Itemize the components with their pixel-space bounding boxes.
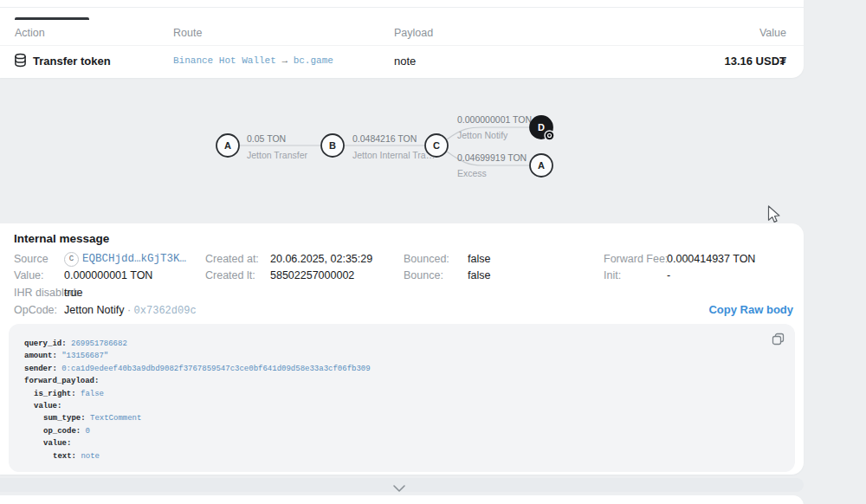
route-to-link[interactable]: bc.game (294, 55, 333, 66)
tonviewer-transaction-page: Action Route Payload Value Transfer toke… (0, 0, 866, 504)
expand-band[interactable] (0, 478, 804, 492)
divider (0, 45, 804, 46)
trace-node-a2[interactable]: A (530, 154, 553, 177)
edge-label: Jetton Internal Tra… (352, 150, 435, 160)
divider (0, 7, 804, 8)
value-amount: 0.000000001 TON (64, 269, 152, 281)
init-label: Init: (604, 269, 621, 281)
created-lt-value: 58502257000002 (270, 269, 354, 281)
svg-text:C[interactable]: C (433, 140, 440, 151)
edge-label: Jetton Transfer (247, 150, 308, 160)
svg-text:A[interactable]: A (224, 140, 231, 151)
node-info-badge-icon (545, 131, 554, 140)
svg-text:A[interactable]: A (538, 160, 545, 171)
message-body-code-block: query_id:269951786682 amount:"13156687" … (9, 324, 795, 472)
bounce-label: Bounce: (404, 269, 443, 281)
code-line: op_code:0 (24, 425, 779, 437)
token-icon (14, 53, 27, 71)
opcode-separator: · (124, 304, 133, 316)
opcode-hex: 0x7362d09c (134, 305, 197, 317)
column-header-action: Action (15, 27, 45, 39)
opcode-name: Jetton Notify (64, 304, 124, 316)
transaction-trace-diagram: 0.05 TON Jetton Transfer 0.0484216 TON J… (0, 78, 804, 223)
edge-amount: 0.0484216 TON (352, 133, 417, 144)
created-at-label: Created at: (205, 253, 259, 265)
svg-text:B[interactable]: B (329, 140, 336, 151)
edge-label: Jetton Notify (457, 130, 508, 140)
forward-fee-value: 0.000414937 TON (667, 253, 755, 265)
next-message-card (0, 495, 804, 504)
bounce-value: false (468, 269, 490, 281)
opcode-label: OpCode: (14, 304, 57, 316)
route-arrow-icon: → (281, 55, 288, 66)
route-cell[interactable]: Binance Hot Wallet → bc.game (173, 55, 333, 66)
trace-node-b[interactable]: B (321, 134, 344, 157)
actions-table-card: Action Route Payload Value Transfer toke… (0, 0, 804, 78)
column-header-payload: Payload (394, 27, 433, 39)
code-line: is_right:false (24, 388, 779, 400)
value-cell: 13.16 USD₮ (724, 55, 786, 68)
code-line: amount:"13156687" (24, 350, 779, 362)
edge-amount: 0.04699919 TON (457, 152, 527, 163)
trace-node-d[interactable]: D (530, 116, 554, 140)
card-title: Internal message (14, 232, 109, 245)
code-line: text:note (24, 450, 779, 462)
created-lt-label: Created lt: (205, 269, 255, 281)
code-line: sender:0:ca1d9edeef40b3a9dbd9082f3767859… (24, 363, 779, 375)
edge-amount: 0.05 TON (247, 133, 286, 144)
internal-message-card: Internal message Source C EQBCHjdd…kGjT3… (0, 223, 804, 475)
code-line: value: (24, 400, 779, 412)
trace-node-a1[interactable]: A (216, 134, 239, 157)
code-line: query_id:269951786682 (24, 338, 779, 350)
opcode-value: Jetton Notify · 0x7362d09c (64, 304, 197, 317)
route-from-link[interactable]: Binance Hot Wallet (173, 55, 276, 66)
ihr-disabled-value: true (64, 287, 83, 299)
column-header-value: Value (759, 27, 786, 39)
value-label: Value: (14, 269, 44, 281)
svg-text:D[interactable]: D (538, 122, 545, 132)
edge-amount: 0.000000001 TON (457, 114, 532, 125)
bounced-label: Bounced: (404, 253, 449, 265)
init-value: - (667, 269, 670, 281)
forward-fee-label: Forward Fee: (604, 253, 668, 265)
edge-label: Excess (457, 168, 487, 178)
created-at-value: 20.06.2025, 02:35:29 (270, 253, 372, 265)
column-header-route: Route (173, 27, 202, 39)
code-line: forward_payload: (24, 375, 779, 387)
bounced-value: false (468, 253, 490, 265)
active-tab-indicator (15, 17, 89, 20)
trace-node-c[interactable]: C (425, 134, 448, 157)
copy-raw-body-link[interactable]: Copy Raw body (708, 303, 793, 316)
source-avatar: C (64, 252, 79, 267)
payload-cell: note (394, 55, 416, 68)
chevron-down-icon[interactable] (392, 481, 406, 496)
action-name: Transfer token (33, 55, 111, 68)
source-label: Source (14, 253, 48, 265)
copy-code-icon[interactable] (772, 333, 785, 349)
code-line: sum_type:TextComment (24, 412, 779, 424)
source-address-link[interactable]: EQBCHjdd…kGjT3K… (82, 253, 186, 265)
code-line: value: (24, 437, 779, 449)
